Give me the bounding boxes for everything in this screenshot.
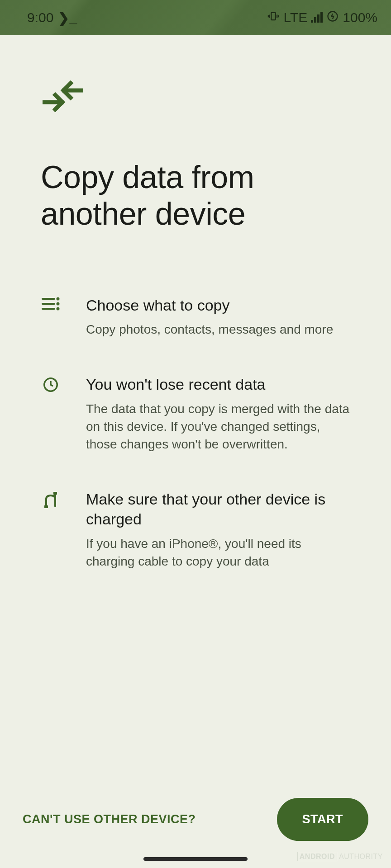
item-desc: Copy photos, contacts, messages and more	[86, 321, 350, 338]
svg-rect-0	[272, 12, 276, 19]
item-desc: If you have an iPhone®, you'll need its …	[86, 535, 350, 570]
start-button[interactable]: START	[277, 798, 369, 841]
terminal-icon: ❯_	[58, 10, 77, 26]
svg-point-13	[57, 308, 59, 310]
network-label: LTE	[283, 10, 307, 25]
signal-icon	[311, 13, 323, 23]
status-time: 9:00	[27, 10, 53, 25]
content: Copy data from another device Choose wha…	[0, 35, 391, 780]
info-list: Choose what to copy Copy photos, contact…	[41, 295, 350, 570]
nav-handle[interactable]	[143, 857, 248, 861]
status-left: 9:00 ❯_	[27, 10, 77, 26]
list-item: Choose what to copy Copy photos, contact…	[41, 295, 350, 338]
item-title: You won't lose recent data	[86, 374, 350, 394]
list-item: You won't lose recent data The data that…	[41, 374, 350, 453]
status-bar: 9:00 ❯_ LTE 100%	[0, 0, 391, 35]
vibrate-icon	[267, 10, 280, 26]
clock-icon	[41, 376, 61, 393]
svg-point-12	[57, 303, 59, 305]
battery-icon	[326, 10, 339, 26]
list-item: Make sure that your other device is char…	[41, 489, 350, 570]
cant-use-device-button[interactable]: CAN'T USE OTHER DEVICE?	[23, 812, 196, 826]
transfer-arrows-icon	[43, 80, 350, 114]
item-title: Choose what to copy	[86, 295, 350, 315]
svg-point-11	[57, 298, 59, 300]
watermark: ANDROID AUTHORITY	[297, 853, 383, 861]
cable-icon	[41, 491, 61, 509]
item-title: Make sure that your other device is char…	[86, 489, 350, 529]
status-right: LTE 100%	[267, 10, 377, 26]
svg-rect-15	[44, 505, 48, 508]
list-select-icon	[41, 297, 61, 311]
item-desc: The data that you copy is merged with th…	[86, 400, 350, 453]
battery-percent: 100%	[343, 10, 377, 25]
page-title: Copy data from another device	[41, 159, 350, 232]
